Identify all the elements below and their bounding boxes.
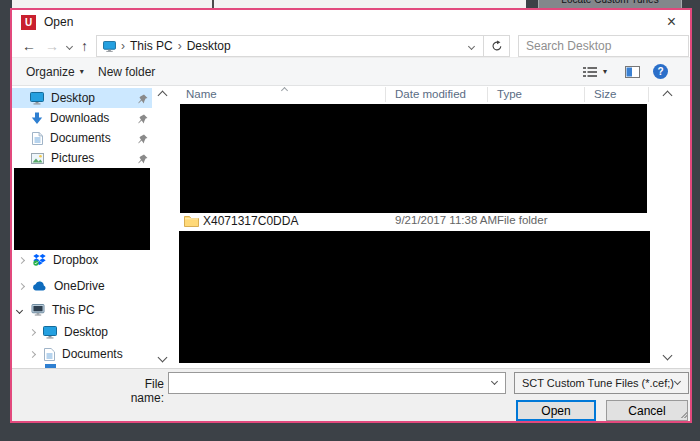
dialog-title: Open — [44, 15, 73, 29]
desktop-icon — [43, 326, 57, 339]
sidebar-item-this-pc[interactable]: This PC — [12, 300, 152, 320]
documents-icon — [32, 132, 43, 145]
new-folder-button[interactable]: New folder — [98, 58, 155, 85]
sidebar-item-onedrive[interactable]: OneDrive — [12, 276, 152, 296]
forward-icon[interactable]: → — [45, 34, 59, 58]
resize-grip[interactable] — [681, 412, 687, 418]
pin-icon[interactable] — [138, 113, 148, 127]
refresh-icon — [491, 40, 503, 52]
cancel-button[interactable]: Cancel — [606, 400, 688, 421]
background-app-divider — [212, 0, 214, 8]
sort-ascending-icon — [281, 87, 288, 94]
background-app-strip — [12, 0, 526, 8]
file-name-label: File name: — [108, 377, 164, 405]
expander-icon[interactable] — [16, 306, 23, 313]
scroll-down-icon[interactable] — [158, 353, 168, 363]
open-dialog: U Open × ← → ↑ › This PC › Desktop — [10, 8, 692, 423]
file-row-x4071317c0dda[interactable]: X4071317C0DDA 9/21/2017 11:38 AM File fo… — [176, 213, 650, 231]
column-header-date-modified[interactable]: Date modified — [395, 88, 466, 100]
command-toolbar: Organize ▾ New folder ▾ — [12, 58, 690, 86]
sidebar-item-downloads[interactable]: Downloads — [12, 108, 152, 128]
screen: Locate Custom Tunes U Open × ← → ↑ › Thi… — [0, 0, 700, 441]
expander-icon[interactable] — [18, 282, 25, 289]
address-bar[interactable]: › This PC › Desktop — [96, 35, 484, 57]
breadcrumb-separator: › — [121, 39, 125, 53]
file-list: Name Date modified Type Size X4071317C0D… — [176, 86, 690, 368]
pin-icon[interactable] — [138, 133, 148, 147]
preview-pane-icon — [625, 66, 640, 78]
open-button[interactable]: Open — [516, 400, 596, 421]
onedrive-icon — [32, 281, 47, 291]
file-name-dropdown-icon[interactable] — [491, 378, 498, 385]
this-pc-icon — [31, 304, 45, 316]
dropbox-icon — [33, 254, 46, 266]
app-icon: U — [21, 15, 36, 30]
refresh-button[interactable] — [484, 35, 510, 57]
sidebar-item-this-pc-documents[interactable]: Documents — [12, 344, 152, 364]
column-header-name[interactable]: Name — [186, 88, 217, 100]
redacted-region — [179, 231, 650, 363]
file-type: File folder — [497, 214, 548, 226]
content-area: Desktop Downloads — [12, 86, 690, 368]
help-icon: ? — [653, 64, 668, 79]
view-mode-button[interactable]: ▾ — [582, 58, 607, 85]
preview-pane-button[interactable] — [625, 58, 640, 85]
folder-icon — [184, 215, 199, 227]
breadcrumb-separator: › — [178, 39, 182, 53]
dialog-footer: File name: SCT Custom Tune Files (*.cef;… — [12, 368, 690, 421]
downloads-icon — [31, 112, 43, 125]
scroll-down-icon[interactable] — [663, 351, 673, 361]
back-icon[interactable]: ← — [22, 34, 36, 58]
navigation-row: ← → ↑ › This PC › Desktop — [12, 34, 690, 58]
breadcrumb-this-pc[interactable]: This PC — [130, 39, 173, 53]
file-date-modified: 9/21/2017 11:38 AM — [395, 214, 497, 226]
sidebar-item-this-pc-desktop[interactable]: Desktop — [12, 322, 152, 342]
up-icon[interactable]: ↑ — [81, 34, 88, 58]
sidebar-item-pictures[interactable]: Pictures — [12, 148, 152, 168]
organize-button[interactable]: Organize ▾ — [26, 58, 84, 85]
scroll-up-icon[interactable] — [663, 91, 673, 101]
search-input[interactable] — [519, 39, 681, 53]
file-name-combobox — [168, 372, 506, 394]
documents-icon — [44, 348, 55, 361]
this-pc-icon — [103, 41, 116, 52]
sidebar-item-documents[interactable]: Documents — [12, 128, 152, 148]
pin-icon[interactable] — [138, 93, 148, 107]
pin-icon[interactable] — [138, 153, 148, 167]
history-chevron-icon[interactable] — [67, 34, 72, 58]
sidebar-item-dropbox[interactable]: Dropbox — [12, 250, 152, 270]
search-box — [518, 35, 689, 57]
file-type-value: SCT Custom Tune Files (*.cef;) — [515, 377, 675, 389]
pictures-icon — [31, 153, 44, 164]
address-dropdown-icon[interactable] — [469, 38, 474, 52]
expander-icon[interactable] — [18, 256, 25, 263]
desktop-icon — [30, 92, 44, 105]
column-header-size[interactable]: Size — [594, 88, 616, 100]
details-view-icon — [582, 66, 598, 78]
close-icon[interactable]: × — [667, 14, 676, 30]
file-type-dropdown-icon — [674, 378, 681, 385]
title-bar[interactable]: U Open × — [12, 10, 690, 34]
column-header-type[interactable]: Type — [497, 88, 522, 100]
expander-icon[interactable] — [29, 328, 36, 335]
view-mode-caret-icon: ▾ — [603, 67, 607, 76]
help-button[interactable]: ? — [653, 58, 668, 85]
breadcrumb-desktop[interactable]: Desktop — [187, 39, 231, 53]
expander-icon[interactable] — [29, 350, 36, 357]
redacted-region — [14, 168, 150, 250]
organize-caret-icon: ▾ — [80, 67, 84, 76]
file-name-input[interactable] — [169, 376, 492, 390]
scroll-up-icon[interactable] — [158, 91, 168, 101]
file-type-combobox[interactable]: SCT Custom Tune Files (*.cef;) — [514, 372, 689, 394]
sidebar-item-desktop[interactable]: Desktop — [12, 88, 152, 108]
file-name: X4071317C0DDA — [203, 214, 298, 228]
redacted-region — [180, 104, 647, 213]
